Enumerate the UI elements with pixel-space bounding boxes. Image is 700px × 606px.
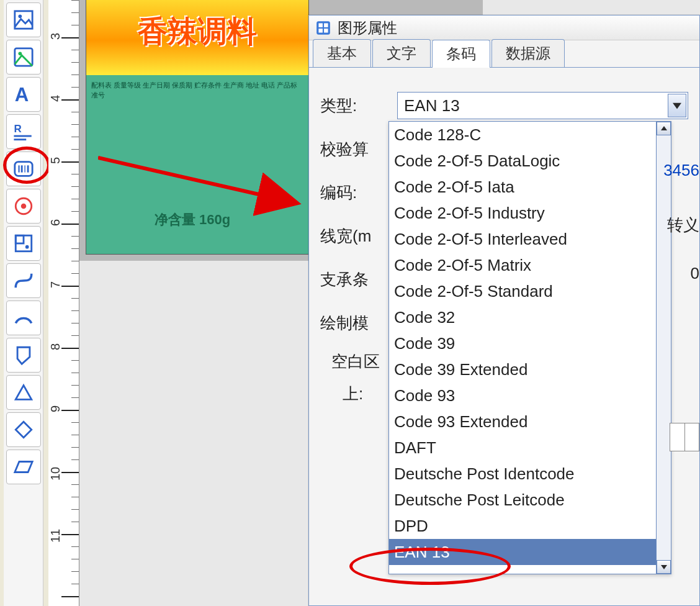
hero-banner: 香辣调料 xyxy=(86,0,308,75)
svg-rect-10 xyxy=(20,165,22,172)
table-grid-icon[interactable] xyxy=(6,226,41,261)
tab-barcode[interactable]: 条码 xyxy=(432,40,490,68)
fragment-spinner[interactable] xyxy=(670,423,699,451)
tab-text[interactable]: 文字 xyxy=(372,39,431,67)
dropdown-option[interactable]: Deutsche Post Identcode xyxy=(389,461,671,487)
svg-rect-23 xyxy=(324,29,328,33)
label-quiet: 空白区 xyxy=(331,351,388,373)
scroll-down-button[interactable] xyxy=(657,560,671,574)
svg-rect-6 xyxy=(14,135,31,137)
ruler-mark: 4 xyxy=(48,74,63,104)
label-encode: 编码: xyxy=(320,182,388,204)
label-check: 校验算 xyxy=(320,138,388,160)
combo-dropdown-button[interactable] xyxy=(668,94,686,117)
ruler-mark: 7 xyxy=(48,260,63,291)
dropdown-option[interactable]: Code 2-Of-5 Interleaved xyxy=(389,226,671,252)
text-icon[interactable]: A xyxy=(6,77,41,112)
image-icon[interactable] xyxy=(6,40,41,75)
label-drawmode: 绘制模 xyxy=(320,312,388,334)
fragment-zero: 0 xyxy=(691,264,699,283)
svg-point-17 xyxy=(25,245,29,249)
svg-rect-16 xyxy=(16,235,24,243)
properties-dialog: 图形属性 基本 文字 条码 数据源 类型: EAN 13 校验算 编码: 线宽(… xyxy=(308,15,700,606)
svg-text:R: R xyxy=(14,123,21,135)
ruler-mark: 8 xyxy=(48,322,63,353)
tab-datasource[interactable]: 数据源 xyxy=(491,39,565,67)
dialog-title: 图形属性 xyxy=(338,18,397,38)
vertical-ruler: 3 4 5 6 7 8 9 10 11 xyxy=(48,0,79,606)
dropdown-option[interactable]: Code 93 Extended xyxy=(389,409,671,435)
dropdown-option[interactable]: Code 2-Of-5 Matrix xyxy=(389,252,671,278)
dropdown-option[interactable]: Code 2-Of-5 Standard xyxy=(389,278,671,304)
dropdown-option[interactable]: Code 39 xyxy=(389,330,671,356)
ruler-mark: 10 xyxy=(48,453,63,483)
svg-rect-12 xyxy=(27,165,29,172)
dropdown-option[interactable]: Deutsche Post Leitcode xyxy=(389,487,671,513)
label-linewidth: 线宽(m xyxy=(320,225,388,247)
dropdown-option[interactable]: Code 39 Extended xyxy=(389,356,671,382)
ruler-mark: 3 xyxy=(48,12,63,42)
left-toolbar: A R xyxy=(4,0,43,606)
type-dropdown-list[interactable]: Code 128-CCode 2-Of-5 DataLogicCode 2-Of… xyxy=(388,121,671,574)
dropdown-option[interactable]: Code 2-Of-5 Iata xyxy=(389,174,671,200)
dropdown-option[interactable]: Code 2-Of-5 Industry xyxy=(389,200,671,226)
svg-rect-11 xyxy=(24,165,25,172)
svg-text:A: A xyxy=(14,84,29,105)
dialog-body: 类型: EAN 13 校验算 编码: 线宽(m 支承条 绘制模 空白区 上: C… xyxy=(309,68,699,425)
ruler-mark: 11 xyxy=(48,515,63,545)
label-type: 类型: xyxy=(320,95,388,117)
svg-rect-20 xyxy=(318,23,323,27)
svg-point-1 xyxy=(18,15,22,19)
type-combobox[interactable]: EAN 13 xyxy=(397,92,688,119)
dialog-titlebar[interactable]: 图形属性 xyxy=(309,16,699,40)
svg-rect-9 xyxy=(18,165,19,172)
dropdown-option[interactable]: DAFT xyxy=(389,435,671,461)
fragment-3456: 3456 xyxy=(663,161,699,180)
svg-rect-7 xyxy=(14,138,26,140)
net-weight: 净含量 160g xyxy=(155,210,230,229)
dropdown-option[interactable]: Code 93 xyxy=(389,382,671,409)
arc-icon[interactable] xyxy=(6,301,41,335)
triangle-icon[interactable] xyxy=(6,375,41,410)
qrcode-icon[interactable] xyxy=(6,189,41,224)
type-value: EAN 13 xyxy=(404,96,460,115)
hero-text: 香辣调料 xyxy=(138,12,257,52)
svg-rect-21 xyxy=(324,23,328,27)
barcode-icon[interactable] xyxy=(6,152,41,186)
dialog-tabs: 基本 文字 条码 数据源 xyxy=(309,40,699,68)
dropdown-option[interactable]: EAN 13 xyxy=(389,539,671,565)
dropdown-option[interactable]: Code 128-C xyxy=(389,122,671,148)
ruler-mark: 5 xyxy=(48,136,63,166)
diamond-icon[interactable] xyxy=(6,412,41,447)
parallelogram-icon[interactable] xyxy=(6,450,41,484)
svg-point-14 xyxy=(20,204,26,209)
svg-rect-8 xyxy=(14,162,32,176)
ruler-mark: 9 xyxy=(48,384,63,415)
polygon-icon[interactable] xyxy=(6,338,41,373)
ruler-mark: 6 xyxy=(48,198,63,228)
label-top: 上: xyxy=(343,383,388,405)
dropdown-option[interactable]: Code 2-Of-5 DataLogic xyxy=(389,148,671,174)
picture-frame-icon[interactable] xyxy=(6,2,41,37)
bezier-icon[interactable] xyxy=(6,263,41,298)
label-bearer: 支承条 xyxy=(320,269,388,291)
fragment-escape: 转义 xyxy=(667,214,699,236)
dropdown-option[interactable]: DPD xyxy=(389,513,671,539)
dropdown-option[interactable]: Code 32 xyxy=(389,304,671,330)
scroll-up-button[interactable] xyxy=(657,122,671,135)
dialog-icon xyxy=(315,20,331,36)
svg-rect-22 xyxy=(318,29,323,33)
dropdown-scrollbar[interactable] xyxy=(656,122,671,574)
rich-text-icon[interactable]: R xyxy=(6,114,41,149)
barcode-object-selected[interactable] xyxy=(275,183,312,233)
tab-basic[interactable]: 基本 xyxy=(313,39,371,67)
